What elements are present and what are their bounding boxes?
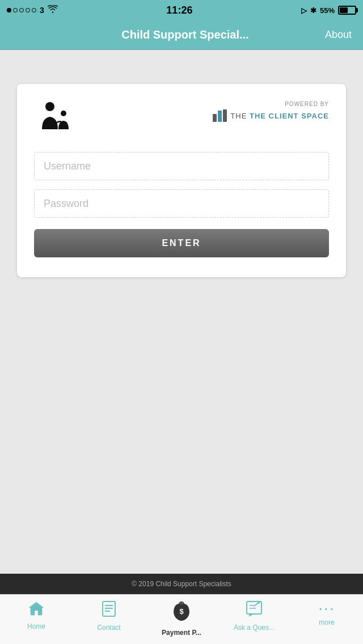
location-icon: ▷: [301, 6, 307, 15]
contact-icon: [102, 600, 116, 621]
status-left: 3: [7, 5, 58, 15]
tab-ask-label: Ask a Ques...: [234, 624, 275, 632]
powered-by: POWERED BY THE THE CLIENT SPACE: [213, 101, 329, 122]
username-input[interactable]: [34, 152, 329, 180]
signal-icon: [7, 8, 36, 12]
svg-point-10: [258, 601, 260, 604]
status-right: ▷ ✱ 55%: [301, 6, 356, 15]
client-space-logo: THE THE CLIENT SPACE: [213, 109, 329, 122]
payment-icon: $: [172, 600, 191, 626]
bluetooth-icon: ✱: [310, 6, 316, 15]
home-icon: [28, 600, 45, 620]
nav-title: Child Support Special...: [45, 28, 325, 41]
enter-button[interactable]: ENTER: [34, 229, 329, 257]
carrier-label: 3: [40, 6, 44, 15]
app-logo: [34, 101, 79, 135]
status-bar: 3 11:26 ▷ ✱ 55%: [0, 0, 363, 20]
svg-point-0: [45, 102, 54, 111]
main-content: POWERED BY THE THE CLIENT SPACE ENTER: [0, 50, 363, 574]
battery-icon: [338, 6, 356, 15]
copyright-text: © 2019 Child Support Specialists: [132, 580, 231, 588]
tab-payment[interactable]: $ Payment P...: [153, 600, 210, 637]
svg-text:$: $: [179, 607, 184, 616]
ask-icon: [246, 600, 263, 621]
tab-home-label: Home: [27, 622, 45, 630]
status-time: 11:26: [166, 5, 192, 16]
wifi-icon: [48, 5, 58, 15]
about-button[interactable]: About: [325, 29, 352, 41]
svg-point-1: [61, 111, 66, 116]
tab-home[interactable]: Home: [8, 600, 65, 630]
powered-by-label: POWERED BY: [285, 101, 329, 107]
nav-bar: Child Support Special... About: [0, 20, 363, 50]
tab-more[interactable]: ··· more: [298, 600, 355, 626]
tab-ask[interactable]: Ask a Ques...: [226, 600, 282, 632]
battery-percent: 55%: [320, 6, 335, 15]
more-icon: ···: [318, 600, 335, 616]
tab-contact-label: Contact: [97, 624, 120, 632]
logo-bars-icon: [213, 109, 227, 122]
tab-payment-label: Payment P...: [162, 629, 201, 637]
tab-contact[interactable]: Contact: [81, 600, 137, 632]
svg-point-7: [179, 602, 184, 605]
tab-more-label: more: [319, 618, 334, 626]
client-space-label: THE THE CLIENT SPACE: [230, 112, 329, 120]
tab-bar: Home Contact $ Payment P...: [0, 594, 363, 644]
card-header: POWERED BY THE THE CLIENT SPACE: [34, 101, 329, 135]
login-card: POWERED BY THE THE CLIENT SPACE ENTER: [17, 84, 346, 277]
footer-copyright: © 2019 Child Support Specialists: [0, 574, 363, 594]
password-input[interactable]: [34, 189, 329, 218]
